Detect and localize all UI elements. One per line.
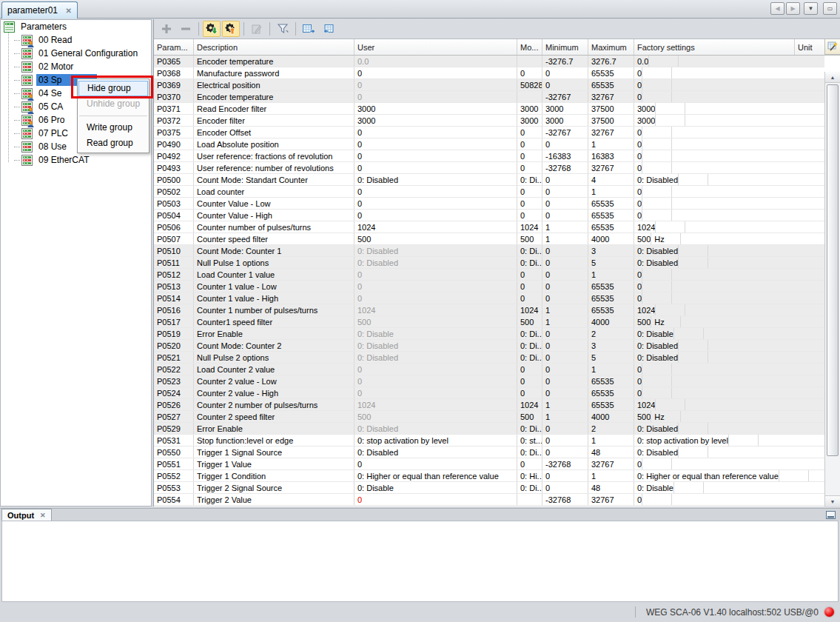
cell-param[interactable]: P0521 — [154, 352, 194, 363]
cell-unit[interactable] — [642, 494, 672, 505]
cell-desc[interactable]: Load Absolute position — [194, 138, 355, 150]
cell-desc[interactable]: Counter 1 value - Low — [194, 281, 355, 292]
cell-min[interactable]: -32768 — [542, 494, 588, 505]
table-row-P0371[interactable]: P0371Read Encoder filter3000300030003750… — [154, 103, 824, 115]
cell-unit[interactable] — [642, 269, 672, 280]
cell-param[interactable]: P0375 — [154, 127, 194, 138]
cell-desc[interactable]: Error Enable — [194, 328, 355, 339]
cell-factory[interactable]: 0: Disabled — [634, 245, 679, 256]
cell-min[interactable]: 0 — [542, 340, 588, 351]
cell-min[interactable]: -3276.7 — [542, 56, 588, 67]
cell-desc[interactable]: User reference: fractions of revolution — [194, 150, 355, 161]
table-row-P0503[interactable]: P0503Counter Value - Low000655350 — [154, 198, 824, 210]
cell-user[interactable]: 0 — [355, 127, 517, 138]
cell-param[interactable]: P0500 — [154, 174, 194, 185]
cell-min[interactable]: 0 — [542, 281, 588, 292]
cell-min[interactable]: -16383 — [542, 150, 588, 161]
cell-min[interactable]: 1 — [542, 221, 588, 233]
cell-min[interactable]: 0 — [542, 257, 588, 268]
cell-param[interactable]: P0511 — [154, 257, 194, 268]
cell-factory[interactable]: 0 — [634, 210, 642, 221]
cell-min[interactable]: 0 — [542, 186, 588, 197]
cell-user[interactable]: 0 — [355, 281, 517, 292]
cell-max[interactable]: 65535 — [588, 304, 634, 315]
cell-min[interactable]: 0 — [542, 67, 588, 78]
cell-min[interactable]: 0 — [542, 269, 588, 280]
cell-min[interactable]: 0 — [542, 174, 588, 185]
cell-factory[interactable]: 3000 — [634, 103, 656, 114]
cell-factory[interactable]: 0 — [634, 162, 642, 173]
cell-mo[interactable]: 500 — [517, 233, 542, 244]
cell-user[interactable]: 500 — [355, 233, 517, 244]
table-row-P0552[interactable]: P0552Trigger 1 Condition0: Higher or equ… — [154, 470, 824, 482]
cell-unit[interactable]: Hz — [651, 233, 681, 244]
cell-user[interactable]: 0: Disable — [355, 328, 517, 339]
cell-param[interactable]: P0506 — [154, 221, 194, 233]
cell-param[interactable]: P0371 — [154, 103, 194, 114]
cell-unit[interactable] — [642, 292, 672, 304]
menu-item-write-group[interactable]: Write group — [78, 120, 149, 136]
cell-factory[interactable]: 0 — [634, 269, 642, 280]
tree-item-00-read[interactable]: 00 Read — [1, 33, 151, 47]
cell-mo[interactable]: 0: Di... — [517, 257, 542, 268]
cell-factory[interactable]: 0: Higher or equal than reference value — [634, 470, 779, 481]
table-row-P0490[interactable]: P0490Load Absolute position00010 — [154, 138, 824, 150]
cell-min[interactable]: 0 — [542, 447, 588, 458]
cell-desc[interactable]: Counter 2 value - Low — [194, 375, 355, 387]
cell-max[interactable]: 32767 — [588, 458, 634, 469]
cell-min[interactable]: 0 — [542, 352, 588, 363]
cell-param[interactable]: P0519 — [154, 328, 194, 339]
tree-item-02-motor[interactable]: 02 Motor — [1, 60, 151, 73]
cell-user[interactable]: 3000 — [355, 115, 517, 126]
cell-unit[interactable] — [642, 375, 672, 387]
cell-mo[interactable]: 0: Hi... — [517, 470, 542, 481]
cell-min[interactable]: 0 — [542, 364, 588, 375]
cell-user[interactable]: 0: Disabled — [355, 257, 517, 268]
cell-min[interactable]: 3000 — [542, 103, 588, 114]
cell-user[interactable]: 0 — [355, 79, 517, 90]
table-row-P0523[interactable]: P0523Counter 2 value - Low000655350 — [154, 375, 824, 387]
output-close-icon[interactable]: ✕ — [40, 512, 46, 519]
cell-param[interactable]: P0502 — [154, 186, 194, 197]
table-row-P0502[interactable]: P0502Load counter00010 — [154, 186, 824, 198]
cell-mo[interactable]: 1024 — [517, 221, 542, 233]
column-header-mo[interactable]: Mo... — [517, 39, 542, 55]
table-row-P0513[interactable]: P0513Counter 1 value - Low000655350 — [154, 281, 824, 292]
filter-icon[interactable] — [274, 21, 292, 37]
cell-max[interactable]: 16383 — [588, 150, 634, 161]
table-row-P0527[interactable]: P0527Counter 2 speed filter5005001400050… — [154, 411, 824, 423]
cell-desc[interactable]: Counter 2 number of pulses/turns — [194, 399, 355, 410]
cell-unit[interactable] — [642, 162, 672, 173]
cell-max[interactable]: 4 — [588, 174, 634, 185]
column-header-maximum[interactable]: Maximum — [588, 39, 634, 55]
cell-mo[interactable]: 0 — [517, 186, 542, 197]
table-row-P0368[interactable]: P0368Manufacture password000655350 — [154, 67, 824, 79]
cell-max[interactable]: 65535 — [588, 67, 634, 78]
cell-factory[interactable]: 0 — [634, 138, 642, 150]
cell-max[interactable]: 32767 — [588, 91, 634, 102]
table-row-P0521[interactable]: P0521Null Pulse 2 options0: Disabled0: D… — [154, 352, 824, 364]
cell-factory[interactable]: 0: Disable — [634, 328, 674, 339]
cell-param[interactable]: P0531 — [154, 435, 194, 446]
cell-mo[interactable]: 0 — [517, 138, 542, 150]
cell-desc[interactable]: Trigger 1 Signal Source — [194, 447, 355, 458]
cell-user[interactable]: 0: Disabled — [355, 423, 517, 434]
table-row-P0375[interactable]: P0375Encoder Offset00-32767327670 — [154, 127, 824, 138]
cell-desc[interactable]: Manufacture password — [194, 67, 355, 78]
cell-mo[interactable]: 1024 — [517, 304, 542, 315]
scroll-tabs-left-button[interactable]: ◀ — [770, 2, 784, 15]
cell-min[interactable]: 0 — [542, 482, 588, 493]
cell-unit[interactable]: Hz — [651, 316, 681, 327]
cell-factory[interactable]: 0 — [634, 375, 642, 387]
cell-user[interactable]: 0 — [355, 292, 517, 304]
cell-desc[interactable]: Counter Value - High — [194, 210, 355, 221]
cell-user[interactable]: 1024 — [355, 221, 517, 233]
cell-mo[interactable]: 500 — [517, 316, 542, 327]
cell-factory[interactable]: 0: Disabled — [634, 447, 679, 458]
cell-user[interactable]: 0: Disabled — [355, 447, 517, 458]
table-row-P0369[interactable]: P0369Electrical position0508280655350 — [154, 79, 824, 91]
cell-max[interactable]: 48 — [588, 447, 634, 458]
cell-unit[interactable] — [656, 103, 685, 114]
tab-output[interactable]: Output ✕ — [1, 509, 52, 521]
cell-min[interactable]: 1 — [542, 399, 588, 410]
